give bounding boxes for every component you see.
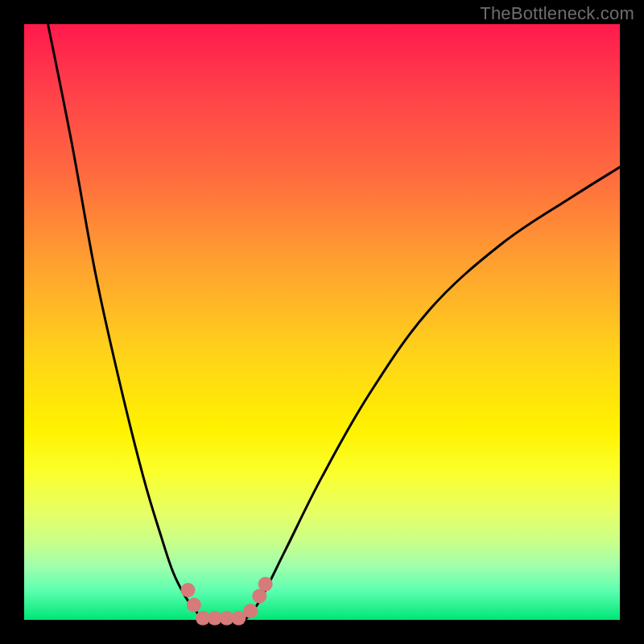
curve-right-curve (245, 167, 620, 620)
chart-frame: TheBottleneck.com (0, 0, 644, 644)
watermark-text: TheBottleneck.com (480, 3, 634, 24)
marker-dot (258, 577, 273, 592)
marker-dot (243, 604, 258, 618)
marker-dot (181, 583, 196, 597)
marker-dot (187, 598, 201, 613)
marker-group (181, 577, 273, 625)
curve-group (48, 24, 620, 620)
chart-overlay (24, 24, 620, 620)
curve-left-curve (48, 24, 203, 620)
